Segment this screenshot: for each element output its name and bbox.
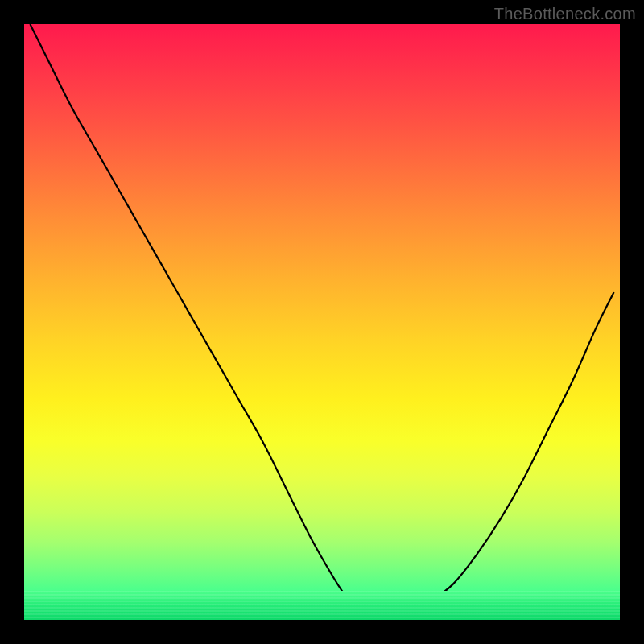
chart-svg	[24, 24, 620, 620]
segment-right-joint	[415, 600, 425, 609]
series-left-branch	[30, 24, 357, 608]
segment-flat	[357, 609, 417, 613]
chart-frame: TheBottleneck.com	[0, 0, 644, 644]
watermark-label: TheBottleneck.com	[494, 5, 636, 23]
series-right-joint	[415, 600, 425, 609]
segment-left-joint	[349, 599, 361, 609]
series-left-joint	[349, 599, 361, 609]
series-right-branch	[417, 292, 613, 608]
plot-area	[24, 24, 620, 620]
curve-left	[30, 24, 357, 608]
series-bottom-flat	[357, 609, 417, 613]
curve-right	[417, 292, 613, 608]
